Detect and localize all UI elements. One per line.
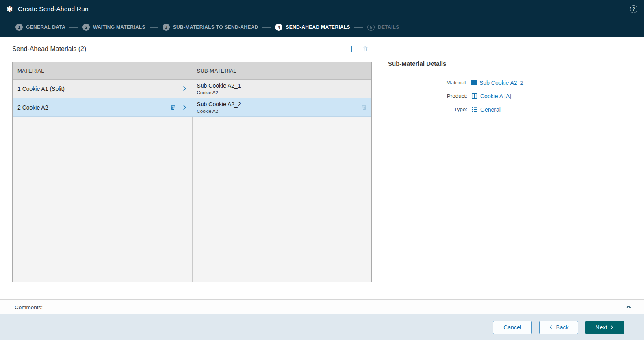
step-connector [150, 27, 158, 28]
type-link-text: General [480, 106, 501, 113]
material-name: 2 Cookie A2 [17, 104, 48, 111]
row-actions [182, 86, 188, 92]
app-header: ✱ Create Send-Ahead Run ? [0, 0, 644, 18]
product-icon [471, 93, 477, 99]
trash-icon [362, 46, 369, 52]
table-body: 1 Cookie A1 (Split) Sub Cookie A2_1 Cook… [13, 80, 371, 282]
step-label: DETAILS [378, 24, 399, 30]
step-connector [354, 27, 363, 28]
next-button-label: Next [596, 324, 607, 331]
trash-icon[interactable] [361, 104, 367, 110]
wizard-step-waiting-materials[interactable]: 2 WAITING MATERIALS [82, 24, 145, 31]
step-connector [262, 27, 271, 28]
chevron-right-icon[interactable] [182, 86, 188, 92]
step-number: 4 [275, 24, 282, 31]
wizard-step-send-ahead-materials[interactable]: 4 SEND-AHEAD MATERIALS [275, 24, 350, 31]
detail-field-material: Material: Sub Cookie A2_2 [388, 76, 632, 89]
trash-icon[interactable] [170, 104, 176, 110]
detail-field-type: Type: General [388, 103, 632, 116]
cancel-button-label: Cancel [503, 324, 521, 331]
send-ahead-materials-table: MATERIAL SUB-MATERIAL 1 Cookie A1 (Split… [12, 62, 372, 282]
step-connector [69, 27, 78, 28]
step-number: 3 [163, 24, 170, 31]
table-toolbar [348, 45, 372, 53]
plus-icon [348, 45, 355, 53]
type-list-icon [471, 106, 477, 112]
comments-bar: Comments: [0, 299, 644, 314]
step-label: SEND-AHEAD MATERIALS [286, 24, 350, 30]
table-header-row: MATERIAL SUB-MATERIAL [13, 62, 371, 80]
column-header-material: MATERIAL [13, 62, 192, 79]
sub-material-text: Sub Cookie A2_2 Cookie A2 [197, 101, 241, 114]
sub-material-details-panel: Sub-Material Details Material: Sub Cooki… [388, 60, 632, 116]
row-actions [170, 104, 188, 110]
next-button[interactable]: Next [585, 321, 624, 334]
material-cell[interactable]: 1 Cookie A1 (Split) [13, 80, 192, 98]
help-icon[interactable]: ? [630, 5, 637, 13]
step-number: 2 [82, 24, 90, 31]
sub-material-name: Sub Cookie A2_2 [197, 101, 241, 108]
step-label: GENERAL DATA [26, 24, 65, 30]
step-label: WAITING MATERIALS [93, 24, 145, 30]
chevron-left-icon [549, 325, 553, 329]
type-link[interactable]: General [471, 106, 632, 113]
table-row[interactable]: 1 Cookie A1 (Split) Sub Cookie A2_1 Cook… [13, 80, 371, 98]
cancel-button[interactable]: Cancel [493, 321, 532, 334]
delete-rows-button[interactable] [362, 46, 369, 52]
page-title: Create Send-Ahead Run [18, 5, 89, 13]
wizard-step-details[interactable]: 5 DETAILS [367, 24, 399, 31]
table-row-selected[interactable]: 2 Cookie A2 Sub Cookie A2_2 Cookie A2 [13, 98, 371, 117]
back-button-label: Back [556, 324, 568, 331]
sub-material-text: Sub Cookie A2_1 Cookie A2 [197, 82, 241, 95]
material-link-text: Sub Cookie A2_2 [479, 80, 523, 86]
wizard-steps: 1 GENERAL DATA 2 WAITING MATERIALS 3 SUB… [0, 18, 644, 37]
field-label: Type: [388, 106, 467, 112]
step-number: 5 [367, 24, 375, 31]
material-cell[interactable]: 2 Cookie A2 [13, 98, 192, 116]
column-header-sub-material: SUB-MATERIAL [192, 62, 372, 79]
chevron-right-icon[interactable] [182, 104, 188, 110]
field-label: Material: [388, 80, 467, 86]
sub-material-name: Sub Cookie A2_1 [197, 82, 241, 89]
material-name: 1 Cookie A1 (Split) [17, 86, 65, 92]
add-row-button[interactable] [348, 45, 355, 53]
detail-field-product: Product: Cookie A [A] [388, 89, 632, 103]
chevron-up-icon [625, 304, 632, 310]
main-content: Send-Ahead Materials (2) MATERIAL SUB-MA… [0, 37, 644, 299]
comments-label: Comments: [15, 304, 43, 310]
wizard-step-sub-materials[interactable]: 3 SUB-MATERIALS TO SEND-AHEAD [163, 24, 258, 31]
material-link[interactable]: Sub Cookie A2_2 [471, 80, 632, 86]
section-header: Send-Ahead Materials (2) [12, 42, 372, 56]
sub-material-parent: Cookie A2 [197, 109, 241, 114]
product-link[interactable]: Cookie A [A] [471, 93, 632, 99]
back-button[interactable]: Back [539, 321, 578, 334]
product-link-text: Cookie A [A] [480, 93, 511, 99]
footer-action-bar: Cancel Back Next [0, 314, 644, 340]
step-number: 1 [15, 24, 23, 31]
material-icon [471, 80, 477, 85]
wizard-step-general-data[interactable]: 1 GENERAL DATA [15, 24, 65, 31]
sub-material-parent: Cookie A2 [197, 90, 241, 95]
field-label: Product: [388, 93, 467, 99]
app-asterisk-icon: ✱ [7, 5, 13, 13]
sub-material-cell[interactable]: Sub Cookie A2_2 Cookie A2 [192, 98, 372, 116]
chevron-right-icon [610, 325, 614, 329]
comments-collapse-button[interactable] [625, 304, 632, 310]
step-label: SUB-MATERIALS TO SEND-AHEAD [173, 24, 258, 30]
section-title: Send-Ahead Materials (2) [12, 45, 86, 53]
sub-material-cell[interactable]: Sub Cookie A2_1 Cookie A2 [192, 80, 372, 98]
details-panel-title: Sub-Material Details [388, 60, 632, 67]
